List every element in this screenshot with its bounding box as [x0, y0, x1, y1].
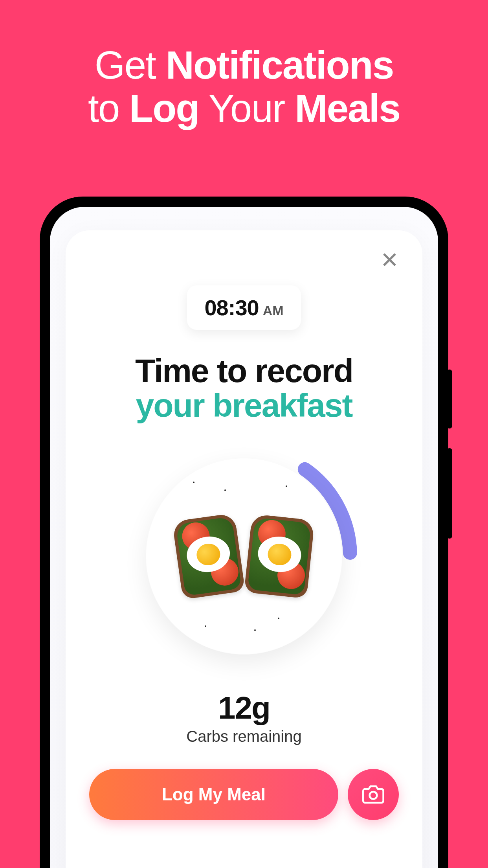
plate-image — [146, 458, 342, 655]
hero-text-2: Notifications — [166, 43, 394, 87]
hero-text-6: Meals — [295, 86, 400, 130]
hero-text-5: Your — [199, 86, 295, 130]
svg-point-1 — [370, 792, 377, 799]
time-value: 08:30 — [204, 295, 259, 320]
carbs-label: Carbs remaining — [186, 728, 301, 745]
log-meal-button[interactable]: Log My Meal — [89, 769, 338, 820]
camera-icon — [362, 783, 384, 805]
hero-text-1: Get — [95, 43, 166, 87]
carbs-value: 12g — [186, 690, 301, 726]
phone-frame: ✕ 08:30 AM Time to record your breakfast — [40, 197, 448, 868]
phone-screen: ✕ 08:30 AM Time to record your breakfast — [50, 207, 438, 868]
notification-card: ✕ 08:30 AM Time to record your breakfast — [66, 230, 422, 868]
prompt-line-1: Time to record — [135, 353, 353, 388]
close-icon[interactable]: ✕ — [380, 249, 399, 271]
phone-side-button — [447, 370, 452, 428]
phone-side-button — [447, 448, 452, 539]
carbs-metric: 12g Carbs remaining — [186, 690, 301, 745]
log-meal-label: Log My Meal — [162, 785, 266, 804]
camera-button[interactable] — [348, 769, 399, 820]
hero-text-3: to — [88, 86, 129, 130]
meal-plate — [130, 442, 358, 670]
prompt-text: Time to record your breakfast — [135, 353, 353, 423]
hero-headline: Get Notifications to Log Your Meals — [0, 0, 488, 130]
time-ampm: AM — [263, 303, 284, 318]
time-pill: 08:30 AM — [187, 285, 301, 330]
hero-text-4: Log — [129, 86, 199, 130]
prompt-line-2: your breakfast — [135, 388, 353, 423]
